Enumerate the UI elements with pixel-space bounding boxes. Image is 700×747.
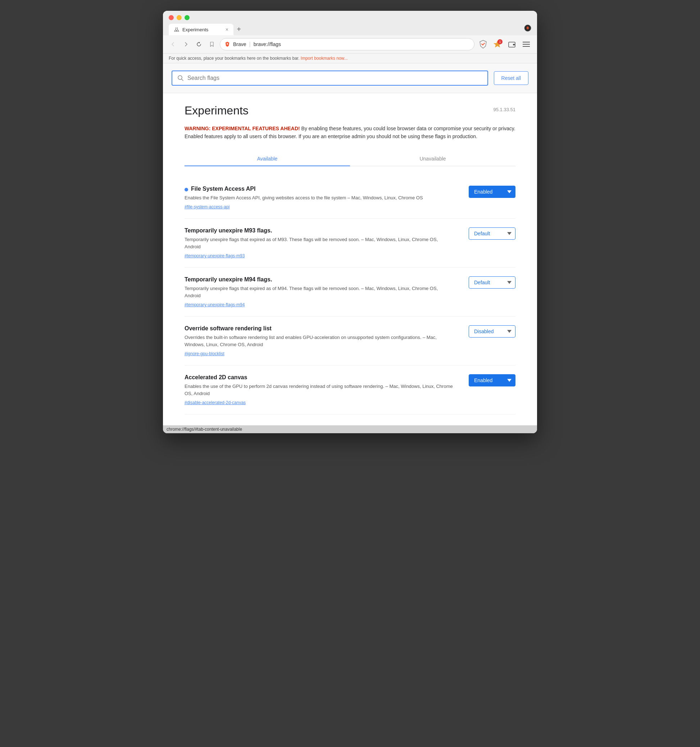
tab-close-button[interactable]: × <box>226 27 228 32</box>
reset-all-button[interactable]: Reset all <box>494 71 528 85</box>
tabs-row: Experiments × + <box>169 24 531 35</box>
menu-button[interactable] <box>520 38 532 50</box>
close-button[interactable] <box>169 15 174 20</box>
svg-line-9 <box>182 79 184 81</box>
browser-window: Experiments × + <box>163 11 537 433</box>
flag-control[interactable]: Default Enabled Disabled <box>469 227 516 240</box>
address-separator: | <box>249 41 251 47</box>
brave-shield-tab-icon <box>524 24 531 33</box>
search-flags-container[interactable] <box>172 71 488 86</box>
tabs-nav: Available Unavailable <box>184 151 516 166</box>
import-bookmarks-link[interactable]: Import bookmarks now... <box>301 56 348 61</box>
brave-logo-icon <box>225 41 230 47</box>
flag-item: Temporarily unexpire M94 flags. Temporar… <box>184 268 516 317</box>
flag-control[interactable]: Default Enabled Disabled <box>469 186 516 198</box>
traffic-lights <box>169 15 531 20</box>
nav-actions: 1 <box>477 38 532 50</box>
flag-link[interactable]: #disable-accelerated-2d-canvas <box>184 400 246 405</box>
address-url: brave://flags <box>253 41 470 47</box>
flag-control[interactable]: Default Enabled Disabled <box>469 276 516 289</box>
flag-select[interactable]: Default Enabled Disabled <box>469 374 516 386</box>
reload-button[interactable] <box>194 39 204 49</box>
flag-description: Temporarily unexpire flags that expired … <box>184 285 454 299</box>
address-brand: Brave <box>233 41 246 47</box>
flag-link[interactable]: #ignore-gpu-blocklist <box>184 351 225 356</box>
flag-control[interactable]: Default Enabled Disabled <box>469 374 516 386</box>
tab-available[interactable]: Available <box>184 151 350 166</box>
svg-rect-4 <box>513 44 515 45</box>
flag-link[interactable]: #file-system-access-api <box>184 204 229 209</box>
flag-info: Temporarily unexpire M94 flags. Temporar… <box>184 276 454 308</box>
flag-info: Temporarily unexpire M93 flags. Temporar… <box>184 227 454 259</box>
bookmarks-bar: For quick access, place your bookmarks h… <box>163 54 537 64</box>
version-text: 95.1.33.51 <box>493 107 516 112</box>
back-button[interactable] <box>168 39 178 49</box>
flag-description: Overrides the built-in software renderin… <box>184 334 454 348</box>
status-bar: chrome://flags/#tab-content-unavailable <box>163 425 537 433</box>
flag-info: Accelerated 2D canvas Enables the use of… <box>184 374 454 405</box>
flag-title: File System Access API <box>184 186 454 192</box>
flag-select[interactable]: Default Enabled Disabled <box>469 186 516 198</box>
flag-info: File System Access API Enables the File … <box>184 186 454 210</box>
flag-link[interactable]: #temporary-unexpire-flags-m93 <box>184 253 244 259</box>
tab-unavailable[interactable]: Unavailable <box>350 151 516 166</box>
bookmarks-bar-text: For quick access, place your bookmarks h… <box>169 56 300 61</box>
maximize-button[interactable] <box>184 15 190 20</box>
flag-link[interactable]: #temporary-unexpire-flags-m94 <box>184 302 244 307</box>
warning-box: WARNING: EXPERIMENTAL FEATURES AHEAD! By… <box>184 124 516 141</box>
tab-title: Experiments <box>183 27 208 32</box>
flag-select[interactable]: Default Enabled Disabled <box>469 276 516 289</box>
brave-rewards-button[interactable]: 1 <box>492 38 503 50</box>
flag-title: Temporarily unexpire M94 flags. <box>184 276 454 283</box>
flag-select[interactable]: Default Enabled Disabled <box>469 227 516 240</box>
main-content: Experiments 95.1.33.51 WARNING: EXPERIME… <box>163 93 537 425</box>
flag-description: Temporarily unexpire flags that expired … <box>184 236 454 250</box>
title-bar: Experiments × + <box>163 11 537 35</box>
page-title: Experiments <box>184 104 249 117</box>
page-header: Experiments 95.1.33.51 <box>184 104 516 117</box>
page-content: Reset all Experiments 95.1.33.51 WARNING… <box>163 64 537 425</box>
new-tab-button[interactable]: + <box>234 24 244 35</box>
flag-description: Enables the File System Access API, givi… <box>184 194 454 201</box>
address-bar[interactable]: Brave | brave://flags <box>220 38 474 50</box>
flag-item: File System Access API Enables the File … <box>184 177 516 219</box>
flag-active-indicator <box>184 188 188 191</box>
flag-title: Temporarily unexpire M93 flags. <box>184 227 454 234</box>
status-bar-url: chrome://flags/#tab-content-unavailable <box>166 427 242 432</box>
flag-select[interactable]: Default Enabled Disabled <box>469 325 516 337</box>
warning-label: WARNING: EXPERIMENTAL FEATURES AHEAD! <box>184 126 300 132</box>
experiments-tab-icon <box>174 27 180 32</box>
flag-info: Override software rendering list Overrid… <box>184 325 454 357</box>
flag-title: Accelerated 2D canvas <box>184 374 454 381</box>
rewards-badge: 1 <box>498 39 502 44</box>
search-bar-section: Reset all <box>163 64 537 93</box>
search-icon <box>177 75 184 81</box>
nav-bar: Brave | brave://flags 1 <box>163 35 537 54</box>
flag-item: Override software rendering list Overrid… <box>184 317 516 366</box>
flag-control[interactable]: Default Enabled Disabled <box>469 325 516 337</box>
brave-shield-button[interactable] <box>477 38 489 50</box>
forward-button[interactable] <box>181 39 191 49</box>
flags-list: File System Access API Enables the File … <box>184 177 516 415</box>
flag-description: Enables the use of the GPU to perform 2d… <box>184 383 454 397</box>
svg-point-0 <box>176 30 177 31</box>
flag-title: Override software rendering list <box>184 325 454 332</box>
flag-item: Accelerated 2D canvas Enables the use of… <box>184 366 516 414</box>
active-tab[interactable]: Experiments × <box>169 24 234 35</box>
search-input[interactable] <box>187 75 482 81</box>
flag-item: Temporarily unexpire M93 flags. Temporar… <box>184 219 516 268</box>
wallet-button[interactable] <box>506 38 517 50</box>
minimize-button[interactable] <box>177 15 182 20</box>
bookmark-button[interactable] <box>207 39 217 49</box>
